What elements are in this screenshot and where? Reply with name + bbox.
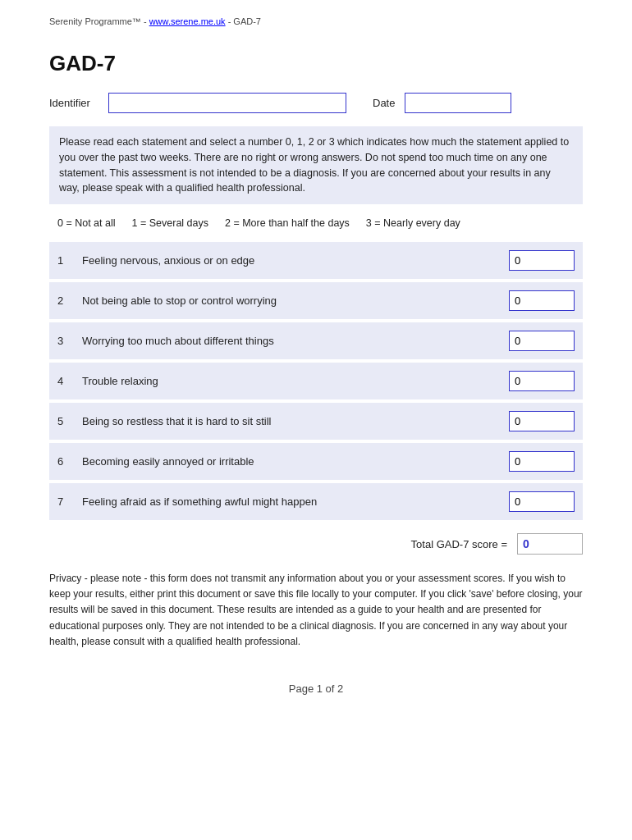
question-text: Being so restless that it is hard to sit…	[74, 403, 501, 440]
answer-input-6[interactable]	[509, 451, 575, 472]
date-input[interactable]	[405, 93, 511, 113]
page-footer: Page 1 of 2	[49, 682, 583, 695]
privacy-box: Privacy - please note - this form does n…	[49, 571, 583, 650]
identifier-input[interactable]	[108, 93, 346, 113]
header-link[interactable]: www.serene.me.uk	[149, 16, 226, 26]
question-number: 7	[49, 483, 74, 520]
question-text: Trouble relaxing	[74, 363, 501, 399]
question-text: Feeling afraid as if something awful mig…	[74, 483, 501, 520]
page-title: GAD-7	[49, 51, 583, 76]
scale-legend: 0 = Not at all 1 = Several days 2 = More…	[49, 217, 583, 229]
identifier-label: Identifier	[49, 97, 98, 109]
scale-item-0: 0 = Not at all	[57, 217, 116, 229]
answer-input-7[interactable]	[509, 491, 575, 512]
scale-item-1: 1 = Several days	[132, 217, 208, 229]
scale-item-2: 2 = More than half the days	[225, 217, 350, 229]
identifier-row: Identifier Date	[49, 93, 583, 113]
answer-cell	[501, 363, 583, 399]
answer-input-3[interactable]	[509, 331, 575, 351]
answer-input-5[interactable]	[509, 411, 575, 431]
total-row: Total GAD-7 score =	[49, 533, 583, 555]
answer-cell	[501, 443, 583, 480]
question-text: Worrying too much about different things	[74, 322, 501, 359]
scale-item-3: 3 = Nearly every day	[366, 217, 460, 229]
table-row: 2 Not being able to stop or control worr…	[49, 282, 583, 319]
header-bar: Serenity Programme™ - www.serene.me.uk -…	[49, 16, 583, 26]
question-number: 5	[49, 403, 74, 440]
header-text: Serenity Programme™ -	[49, 16, 149, 26]
answer-cell	[501, 242, 583, 279]
question-text: Not being able to stop or control worryi…	[74, 282, 501, 319]
privacy-text: Privacy - please note - this form does n…	[49, 573, 583, 647]
question-text: Feeling nervous, anxious or on edge	[74, 242, 501, 279]
answer-input-1[interactable]	[509, 250, 575, 271]
date-label: Date	[373, 97, 395, 109]
question-number: 2	[49, 282, 74, 319]
answer-cell	[501, 403, 583, 440]
instructions-text: Please read each statement and select a …	[59, 136, 569, 194]
question-number: 6	[49, 443, 74, 480]
question-number: 1	[49, 242, 74, 279]
answer-cell	[501, 282, 583, 319]
instructions-box: Please read each statement and select a …	[49, 126, 583, 204]
question-text: Becoming easily annoyed or irritable	[74, 443, 501, 480]
table-row: 4 Trouble relaxing	[49, 363, 583, 399]
table-row: 1 Feeling nervous, anxious or on edge	[49, 242, 583, 279]
table-row: 5 Being so restless that it is hard to s…	[49, 403, 583, 440]
answer-input-4[interactable]	[509, 371, 575, 391]
answer-input-2[interactable]	[509, 290, 575, 311]
table-row: 3 Worrying too much about different thin…	[49, 322, 583, 359]
table-row: 7 Feeling afraid as if something awful m…	[49, 483, 583, 520]
header-suffix: - GAD-7	[226, 16, 261, 26]
question-number: 4	[49, 363, 74, 399]
answer-cell	[501, 483, 583, 520]
question-number: 3	[49, 322, 74, 359]
table-row: 6 Becoming easily annoyed or irritable	[49, 443, 583, 480]
questions-table: 1 Feeling nervous, anxious or on edge 2 …	[49, 242, 583, 523]
total-input[interactable]	[517, 533, 583, 555]
total-label: Total GAD-7 score =	[411, 538, 507, 550]
answer-cell	[501, 322, 583, 359]
